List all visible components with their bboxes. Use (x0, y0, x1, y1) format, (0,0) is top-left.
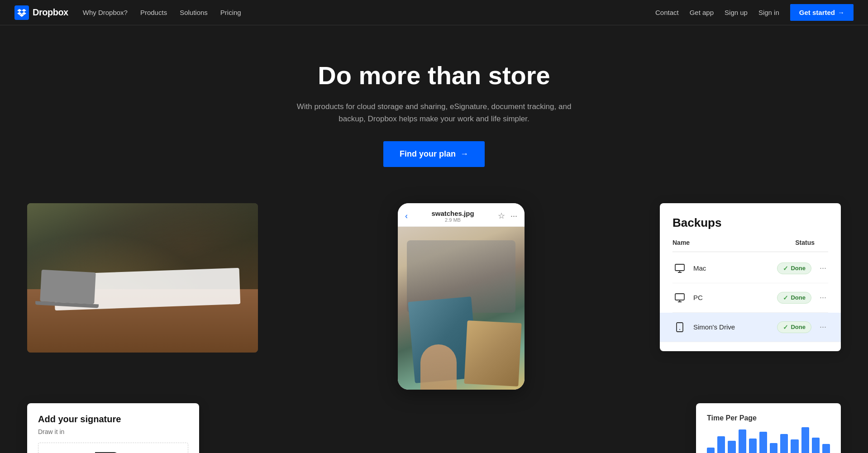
chart-bar-4 (749, 439, 757, 453)
nav-products[interactable]: Products (140, 9, 167, 16)
signature-title: Add your signature (38, 414, 188, 424)
svg-point-3 (679, 329, 680, 330)
pc-status-check: ✓ (783, 294, 788, 301)
nav-contact[interactable]: Contact (655, 9, 679, 16)
simons-drive-status-badge: ✓ Done (777, 321, 811, 333)
chart-bar-8 (791, 439, 798, 453)
pc-status-badge: ✓ Done (777, 292, 811, 304)
mac-more-button[interactable]: ··· (818, 263, 828, 273)
mac-status-badge: ✓ Done (777, 262, 811, 274)
pc-icon (672, 291, 687, 305)
chart-bar-5 (759, 432, 767, 453)
find-plan-label: Find your plan (400, 149, 456, 159)
get-started-arrow: → (838, 9, 844, 16)
svg-rect-2 (677, 323, 683, 332)
logo[interactable]: Dropbox (14, 5, 68, 20)
hero-title: Do more than store (9, 62, 859, 90)
nav-sign-in[interactable]: Sign in (758, 9, 779, 16)
chart-bars (707, 429, 830, 453)
swatch-tan (464, 320, 521, 386)
monitor-icon (674, 263, 685, 274)
get-started-button[interactable]: Get started → (790, 4, 854, 21)
backup-row-pc: PC ✓ Done ··· (672, 283, 828, 313)
nav-why-dropbox[interactable]: Why Dropbox? (83, 9, 128, 16)
backup-row-mac: Mac ✓ Done ··· (672, 254, 828, 283)
svg-rect-0 (675, 264, 684, 271)
mac-icon (672, 261, 687, 276)
pc-more-button[interactable]: ··· (818, 293, 828, 302)
phone-header: ‹ swatches.jpg 2.9 MB ☆ ··· (398, 203, 525, 227)
hero-section: Do more than store With products for clo… (0, 25, 868, 194)
col-status-header: Status (795, 239, 815, 246)
people-image (27, 203, 258, 353)
nav-sign-up[interactable]: Sign up (725, 9, 748, 16)
nav-solutions[interactable]: Solutions (180, 9, 208, 16)
phone-star-button[interactable]: ☆ (498, 211, 505, 221)
get-started-label: Get started (799, 9, 835, 16)
phone-filesize: 2.9 MB (412, 217, 493, 223)
navbar: Dropbox Why Dropbox? Products Solutions … (0, 0, 868, 25)
content-area: ‹ swatches.jpg 2.9 MB ☆ ··· Backups N (0, 194, 868, 390)
chart-bar-7 (780, 434, 788, 453)
chart-bar-6 (770, 443, 777, 453)
nav-links: Why Dropbox? Products Solutions Pricing (83, 9, 655, 16)
phone-more-button[interactable]: ··· (510, 211, 517, 221)
phone-filename-area: swatches.jpg 2.9 MB (412, 210, 493, 223)
phone-mockup: ‹ swatches.jpg 2.9 MB ☆ ··· (398, 203, 525, 390)
phone-image-area (398, 227, 525, 390)
simons-drive-icon (672, 320, 687, 334)
chart-bar-2 (728, 441, 735, 453)
pc-name: PC (693, 294, 771, 301)
backups-title: Backups (672, 216, 828, 230)
phone-actions: ☆ ··· (498, 211, 517, 221)
bottom-row: Add your signature Draw it in Time Per P… (0, 390, 868, 453)
dropbox-icon (14, 5, 29, 20)
chart-bar-11 (822, 444, 830, 453)
simons-drive-name: Simon's Drive (693, 323, 771, 331)
col-name-header: Name (672, 239, 795, 246)
phone-area: ‹ swatches.jpg 2.9 MB ☆ ··· (281, 203, 642, 390)
chart-bar-1 (717, 436, 725, 453)
signature-draw-area[interactable] (38, 443, 188, 453)
svg-rect-1 (675, 294, 684, 300)
mac-status-label: Done (791, 265, 806, 272)
mac-name: Mac (693, 264, 771, 272)
phone-back-button[interactable]: ‹ (405, 211, 408, 221)
chart-bar-3 (739, 429, 746, 453)
signature-subtitle: Draw it in (38, 428, 188, 435)
timepage-title: Time Per Page (707, 414, 830, 422)
logo-text: Dropbox (33, 7, 68, 18)
backup-row-simons-drive: Simon's Drive ✓ Done ··· (660, 313, 841, 342)
dropbox-logo-svg (17, 8, 26, 17)
nav-get-app[interactable]: Get app (690, 9, 714, 16)
signature-line-graphic (95, 449, 131, 453)
phone-icon (674, 322, 685, 333)
hand-holding (420, 344, 457, 390)
mac-status-check: ✓ (783, 265, 788, 272)
find-plan-button[interactable]: Find your plan → (383, 141, 485, 167)
people-image-inner (27, 203, 258, 353)
find-plan-arrow: → (460, 149, 468, 159)
hero-subtitle: With products for cloud storage and shar… (289, 100, 579, 125)
monitor-icon-pc (674, 292, 685, 303)
signature-card: Add your signature Draw it in (27, 403, 199, 453)
chart-bar-0 (707, 448, 715, 453)
chart-bar-10 (812, 438, 820, 453)
simons-drive-status-label: Done (791, 324, 806, 330)
laptop-prop (40, 270, 95, 304)
timepage-card: Time Per Page (696, 403, 841, 453)
nav-right: Contact Get app Sign up Sign in Get star… (655, 4, 854, 21)
phone-filename-title: swatches.jpg (412, 210, 493, 217)
simons-drive-more-button[interactable]: ··· (818, 322, 828, 332)
simons-drive-status-check: ✓ (783, 324, 788, 331)
chart-bar-9 (801, 427, 809, 453)
pc-status-label: Done (791, 294, 806, 301)
backups-card: Backups Name Status Mac ✓ Done ··· (660, 203, 841, 351)
backups-table-header: Name Status (672, 239, 828, 252)
nav-pricing[interactable]: Pricing (220, 9, 241, 16)
